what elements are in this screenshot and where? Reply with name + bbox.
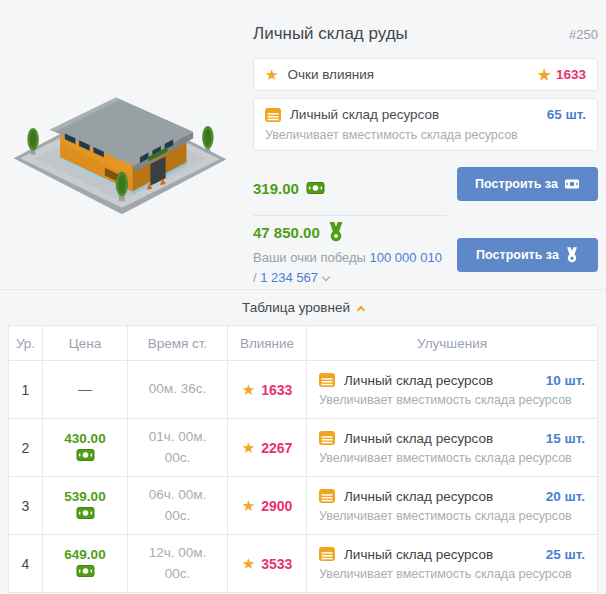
building-card: Личный склад руды #250 ★ Очки влияния ★ …	[0, 0, 606, 594]
upgrade-description: Увеличивает вместимость склада ресурсов	[319, 509, 585, 523]
points-label: Ваши очки победы	[253, 250, 366, 265]
victory-price-block: 47 850.00 Ваши очки победы 100	[253, 222, 447, 287]
upgrade-description: Увеличивает вместимость склада ресурсов	[319, 451, 585, 465]
level-price-cell: 430.00	[43, 419, 128, 477]
building-overview: Личный склад руды #250 ★ Очки влияния ★ …	[0, 0, 606, 290]
level-influence: 1633	[261, 382, 292, 398]
col-header-level: Ур.	[9, 326, 43, 361]
upgrade-name: Личный склад ресурсов	[344, 489, 493, 504]
levels-table-body: 1 — 00м. 36с. ★ 1633	[9, 361, 598, 593]
star-icon: ★	[538, 67, 551, 82]
level-price-cell: 539.00	[43, 477, 128, 535]
star-icon: ★	[242, 498, 255, 513]
level-upgrade-cell: Личный склад ресурсов 25 шт. Увеличивает…	[307, 535, 598, 593]
money-icon	[564, 179, 580, 189]
upgrade-count: 20 шт.	[546, 489, 585, 504]
influence-stat-box: ★ Очки влияния ★ 1633	[253, 58, 598, 91]
victory-points-info: Ваши очки победы 100 000 010 / 1 234 567	[253, 248, 447, 287]
warehouse-icon	[319, 373, 335, 387]
upgrade-name: Личный склад ресурсов	[344, 373, 493, 388]
medal-icon	[565, 247, 579, 263]
warehouse-icon	[265, 108, 281, 122]
upgrade-name: Личный склад ресурсов	[344, 547, 493, 562]
level-price-cell: 649.00	[43, 535, 128, 593]
warehouse-icon	[319, 547, 335, 561]
col-header-price: Цена	[43, 326, 128, 361]
upgrade-name: Личный склад ресурсов	[344, 431, 493, 446]
upgrade-description: Увеличивает вместимость склада ресурсов	[319, 567, 585, 581]
col-header-upgrades: Улучшения	[307, 326, 598, 361]
money-icon	[76, 565, 95, 577]
level-row: 2 430.00 01ч. 00м. 00с. ★ 2267	[9, 419, 598, 477]
level-number: 4	[9, 535, 43, 593]
level-influence-cell: ★ 3533	[228, 535, 307, 593]
level-influence-cell: ★ 2267	[228, 419, 307, 477]
star-icon: ★	[265, 67, 278, 82]
building-id: #250	[569, 27, 598, 42]
points-total-link[interactable]: 1 234 567	[260, 270, 318, 285]
purchase-area: 319.00 Построить за	[253, 167, 598, 287]
capacity-description: Увеличивает вместимость склада ресурсов	[265, 128, 586, 142]
title-row: Личный склад руды #250	[253, 24, 598, 44]
influence-value: 1633	[556, 67, 586, 82]
victory-price: 47 850.00	[253, 222, 447, 242]
level-influence: 2900	[261, 498, 292, 514]
influence-label: Очки влияния	[287, 67, 374, 82]
victory-price-value: 47 850.00	[253, 224, 320, 241]
purchase-divider	[253, 215, 447, 216]
star-icon: ★	[242, 382, 255, 397]
chevron-down-icon[interactable]	[322, 272, 330, 280]
levels-table: Ур. Цена Время ст. Влияние Улучшения 1 —…	[8, 325, 598, 593]
level-price-cell: —	[43, 361, 128, 419]
upgrade-count: 25 шт.	[546, 547, 585, 562]
level-time: 06ч. 00м. 00с.	[128, 477, 228, 535]
level-time: 01ч. 00м. 00с.	[128, 419, 228, 477]
money-icon	[76, 449, 95, 461]
level-number: 2	[9, 419, 43, 477]
level-price: 539.00	[44, 489, 126, 504]
build-money-label: Построить за	[475, 177, 558, 191]
building-image	[6, 59, 234, 231]
warehouse-icon	[319, 489, 335, 503]
level-row: 4 649.00 12ч. 00м. 00с. ★ 3533	[9, 535, 598, 593]
level-number: 3	[9, 477, 43, 535]
levels-toggle[interactable]: Таблица уровней	[0, 290, 606, 325]
upgrade-description: Увеличивает вместимость склада ресурсов	[319, 393, 585, 407]
building-image-area	[0, 0, 240, 289]
star-icon: ★	[242, 440, 255, 455]
warehouse-icon	[319, 431, 335, 445]
capacity-label: Личный склад ресурсов	[290, 107, 439, 122]
col-header-influence: Влияние	[228, 326, 307, 361]
level-time: 00м. 36с.	[128, 361, 228, 419]
money-price-value: 319.00	[253, 180, 299, 197]
upgrade-count: 15 шт.	[546, 431, 585, 446]
money-icon	[306, 182, 325, 194]
build-for-money-button[interactable]: Построить за	[457, 167, 598, 201]
level-row: 3 539.00 06ч. 00м. 00с. ★ 2900	[9, 477, 598, 535]
level-upgrade-cell: Личный склад ресурсов 15 шт. Увеличивает…	[307, 419, 598, 477]
star-icon: ★	[242, 556, 255, 571]
upgrade-count: 10 шт.	[546, 373, 585, 388]
points-separator: /	[253, 270, 257, 285]
level-influence-cell: ★ 1633	[228, 361, 307, 419]
build-victory-label: Построить за	[476, 248, 559, 262]
level-price: —	[44, 382, 126, 397]
level-influence: 3533	[261, 556, 292, 572]
points-current-link[interactable]: 100 000 010	[370, 250, 442, 265]
level-price: 430.00	[44, 431, 126, 446]
level-upgrade-cell: Личный склад ресурсов 10 шт. Увеличивает…	[307, 361, 598, 419]
level-time: 12ч. 00м. 00с.	[128, 535, 228, 593]
level-upgrade-cell: Личный склад ресурсов 20 шт. Увеличивает…	[307, 477, 598, 535]
level-row: 1 — 00м. 36с. ★ 1633	[9, 361, 598, 419]
chevron-up-icon	[357, 305, 365, 313]
level-influence: 2267	[261, 440, 292, 456]
medal-icon	[327, 222, 345, 242]
level-price: 649.00	[44, 547, 126, 562]
page-title: Личный склад руды	[253, 24, 408, 44]
money-price: 319.00	[253, 167, 447, 201]
build-for-victory-button[interactable]: Построить за	[457, 238, 598, 272]
levels-table-header: Ур. Цена Время ст. Влияние Улучшения	[9, 326, 598, 361]
money-icon	[76, 507, 95, 519]
col-header-time: Время ст.	[128, 326, 228, 361]
capacity-value: 65 шт.	[547, 107, 586, 122]
